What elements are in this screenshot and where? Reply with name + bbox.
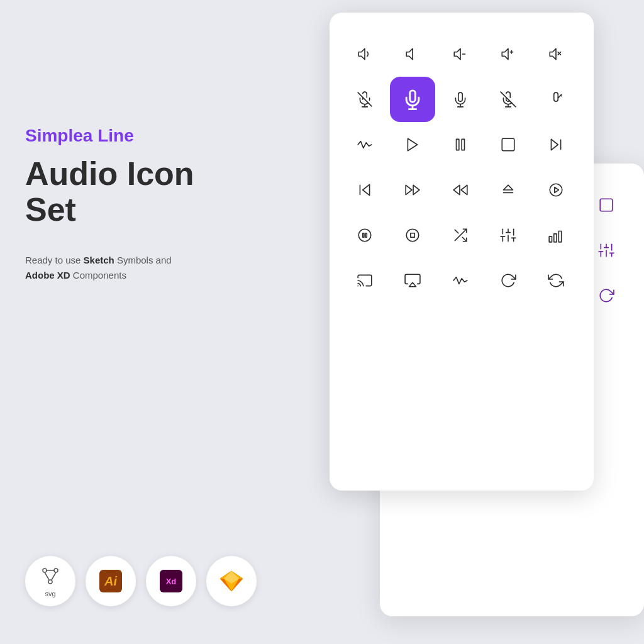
svg-marker-62 <box>408 138 417 151</box>
fast-forward <box>390 167 435 213</box>
mic-off <box>342 77 387 122</box>
svg-rect-64 <box>462 139 464 150</box>
svg-point-78 <box>358 229 371 242</box>
svg-rect-65 <box>502 138 514 151</box>
svg-icon <box>39 565 62 587</box>
airplay <box>390 258 435 303</box>
svg-line-84 <box>462 237 467 242</box>
mic-mute <box>486 77 531 122</box>
play-circle <box>533 167 579 213</box>
skip-back <box>342 167 387 213</box>
volume-plus <box>486 31 531 77</box>
svg-marker-99 <box>409 282 416 287</box>
svg-marker-70 <box>413 185 419 194</box>
mic-highlighted <box>390 77 435 122</box>
eject <box>486 167 531 213</box>
svg-point-76 <box>550 184 562 196</box>
svg-marker-43 <box>406 48 413 59</box>
refresh-loop <box>533 258 579 303</box>
svg-line-85 <box>455 230 458 233</box>
svg-line-5 <box>52 572 56 580</box>
svg-marker-71 <box>406 185 412 194</box>
svg-marker-73 <box>461 185 467 194</box>
svg-rect-82 <box>411 233 415 238</box>
description: Ready to use Sketch Symbols and Adobe XD… <box>25 253 252 283</box>
svg-marker-66 <box>551 139 558 150</box>
svg-rect-95 <box>549 236 552 242</box>
rewind <box>438 167 483 213</box>
svg-rect-63 <box>457 139 459 150</box>
svg-badge: svg <box>25 556 75 606</box>
svg-rect-79 <box>363 233 364 238</box>
svg-point-2 <box>48 580 52 584</box>
svg-marker-72 <box>453 185 460 194</box>
pause-circle <box>342 213 387 258</box>
mic-pen <box>533 77 579 122</box>
svg-marker-44 <box>454 48 460 59</box>
svg-point-81 <box>406 229 419 242</box>
cast <box>342 258 387 303</box>
svg-rect-97 <box>558 231 561 242</box>
shuffle <box>438 213 483 258</box>
volume-minus <box>438 31 483 77</box>
sketch-badge <box>206 556 257 606</box>
svg-rect-96 <box>554 234 557 242</box>
svg-line-4 <box>45 572 49 580</box>
xd-badge-icon: Xd <box>160 570 182 592</box>
xd-badge: Xd <box>146 556 196 606</box>
equalizer <box>533 213 579 258</box>
title: Audio Icon Set <box>25 156 252 228</box>
svg-label: svg <box>45 590 55 597</box>
tool-icons: svg Ai Xd <box>25 556 257 606</box>
svg-marker-42 <box>358 48 365 59</box>
waveform2 <box>438 258 483 303</box>
front-icon-grid <box>342 31 581 303</box>
skip-forward <box>533 122 579 167</box>
waveform <box>342 122 387 167</box>
svg-marker-49 <box>550 48 556 59</box>
refresh <box>486 258 531 303</box>
left-panel: Simplea Line Audio Icon Set Ready to use… <box>25 126 252 283</box>
svg-marker-46 <box>502 48 508 59</box>
ai-badge: Ai <box>86 556 136 606</box>
title-line2: Set <box>25 191 76 228</box>
ai-badge-icon: Ai <box>99 570 122 592</box>
title-line1: Audio Icon <box>25 155 194 192</box>
volume-low <box>342 31 387 77</box>
svg-rect-19 <box>600 199 613 211</box>
svg-marker-68 <box>363 184 370 195</box>
sliders <box>486 213 531 258</box>
volume-x <box>533 31 579 77</box>
volume-medium <box>390 31 435 77</box>
svg-point-0 <box>43 569 47 572</box>
stop-circle <box>390 213 435 258</box>
brand-name: Simplea Line <box>25 126 252 146</box>
sketch-icon <box>219 570 244 592</box>
play <box>390 122 435 167</box>
mic-normal <box>438 77 483 122</box>
pause <box>438 122 483 167</box>
svg-marker-74 <box>503 185 513 190</box>
stop <box>486 122 531 167</box>
svg-point-1 <box>54 569 58 572</box>
svg-rect-80 <box>365 233 367 238</box>
card-front <box>330 13 594 491</box>
svg-marker-77 <box>555 187 559 193</box>
